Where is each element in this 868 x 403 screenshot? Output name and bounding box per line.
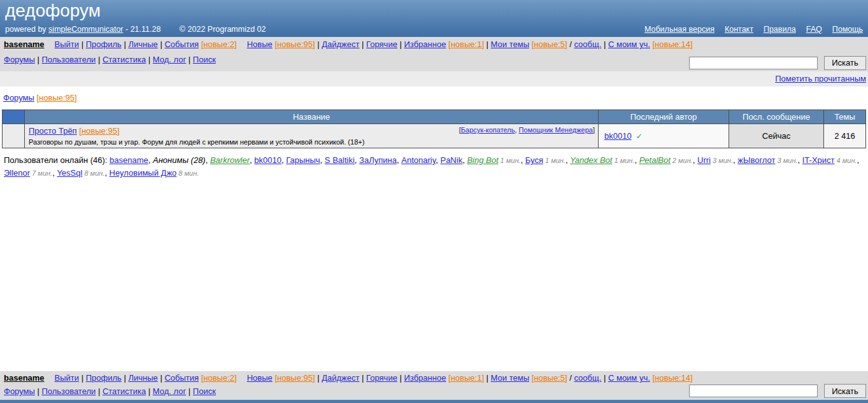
new-items-link[interactable]: новые:2 [203, 39, 234, 49]
header-link[interactable]: FAQ [806, 25, 822, 34]
separator: | [79, 39, 86, 49]
menu-link[interactable]: Мод. лог [153, 386, 186, 396]
forum-link[interactable]: Просто Трёп [29, 126, 77, 136]
new-items-link[interactable]: новые:95 [277, 39, 313, 49]
new-items-link[interactable]: новые:2 [203, 373, 234, 383]
menu-link[interactable]: Личные [128, 39, 157, 49]
last-author-link[interactable]: bk0010 [604, 131, 632, 141]
menu-link[interactable]: Дайджест [322, 373, 359, 383]
menu-link[interactable]: Форумы [4, 386, 35, 396]
new-items-badge[interactable]: [новые:95] [274, 373, 315, 383]
online-bot-link[interactable]: Yandex Bot [570, 155, 612, 165]
online-user-time: 2 мин. [671, 157, 693, 164]
menu-link[interactable]: Профиль [86, 39, 122, 49]
header-link[interactable]: Правила [764, 25, 796, 34]
new-items-link[interactable]: новые:5 [534, 39, 565, 49]
site-menu: Форумы | Пользователи | Статистика | Мод… [4, 55, 216, 64]
online-bot-link[interactable]: PetalBot [639, 155, 671, 165]
online-user-link[interactable]: ЗаЛупина [359, 155, 397, 165]
new-items-link[interactable]: новые:5 [534, 373, 565, 383]
menu-link[interactable]: Выйти [55, 39, 80, 49]
moderator-link[interactable]: Барсук-копатель [461, 126, 515, 134]
new-items-link[interactable]: новые:14 [655, 39, 690, 49]
new-items-badge[interactable]: [новые:5] [532, 373, 567, 383]
online-user-time: 1 мин. [612, 157, 634, 164]
online-user-link[interactable]: Эllenor [4, 168, 30, 178]
new-items-link[interactable]: новые:95 [277, 373, 313, 383]
new-items-badge[interactable]: [новые:95] [274, 39, 315, 49]
header-link[interactable]: Контакт [725, 25, 753, 34]
new-items-badge[interactable]: [новые:1] [448, 373, 484, 383]
online-user-link[interactable]: YesSql [57, 168, 82, 178]
new-items-link[interactable]: новые:1 [451, 39, 482, 49]
menu-link[interactable]: Новые [247, 373, 273, 383]
menu-link[interactable]: Мои темы [491, 373, 529, 383]
online-user-link[interactable]: S Baltiki [325, 155, 355, 165]
search-input[interactable] [689, 385, 818, 397]
powered-by-link[interactable]: simpleCommunicator [48, 25, 123, 34]
menu-link[interactable]: Горячие [366, 39, 397, 49]
menu-link[interactable]: Поиск [193, 55, 216, 64]
menu-link[interactable]: сообщ. [574, 373, 601, 383]
header-link[interactable]: Мобильная версия [644, 25, 715, 34]
current-user-link[interactable]: basename [4, 39, 45, 49]
new-items-badge[interactable]: [новые:95] [36, 93, 76, 103]
online-user-link[interactable]: PaNik [440, 155, 462, 165]
online-user-link[interactable]: IT-Христ [802, 155, 835, 165]
search-button[interactable]: Искать [824, 56, 866, 70]
new-items-badge[interactable]: [новые:14] [652, 373, 692, 383]
menu-link[interactable]: Избранное [404, 39, 446, 49]
search-input[interactable] [689, 57, 818, 69]
menu-link[interactable]: Форумы [4, 55, 35, 64]
new-items-link[interactable]: новые:1 [451, 373, 482, 383]
online-user-link[interactable]: Urri [697, 155, 711, 165]
online-user-link[interactable]: Буся [525, 155, 543, 165]
menu-link[interactable]: Личные [128, 373, 157, 383]
online-user-link[interactable]: basename [110, 155, 148, 165]
header-link[interactable]: Помощь [832, 25, 863, 34]
new-items-link[interactable]: новые:95 [39, 93, 75, 103]
new-items-link[interactable]: новые:14 [655, 373, 690, 383]
menu-link[interactable]: Пользователи [41, 55, 96, 64]
new-items-badge[interactable]: [новые:5] [532, 39, 567, 49]
menu-link[interactable]: Поиск [193, 386, 216, 396]
menu-link[interactable]: сообщ. [574, 39, 601, 49]
menu-link[interactable]: Статистика [103, 55, 146, 64]
menu-link[interactable]: Выйти [55, 373, 80, 383]
menu-link[interactable]: Новые [247, 39, 273, 49]
menu-link[interactable]: Статистика [103, 386, 146, 396]
menu-link[interactable]: Мои темы [491, 39, 529, 49]
online-user-link[interactable]: bk0010 [254, 155, 281, 165]
menu-link[interactable]: События [164, 373, 199, 383]
menu-link[interactable]: Форумы [3, 93, 34, 103]
menu-link[interactable]: Профиль [86, 373, 122, 383]
current-user-link[interactable]: basename [4, 373, 45, 383]
new-items-badge[interactable]: [новые:95] [79, 126, 119, 136]
menu-link[interactable]: События [164, 39, 199, 49]
moderator-link[interactable]: Помощник Менеджера [519, 126, 593, 134]
online-bot-link[interactable]: Barkrowler [210, 155, 250, 165]
new-items-badge[interactable]: [новые:2] [201, 39, 237, 49]
new-items-link[interactable]: новые:95 [82, 126, 117, 136]
forum-name-cell: Просто Трёп [новые:95] Разговоры по душа… [25, 124, 599, 148]
online-user-link[interactable]: Неуловимый Джо [110, 168, 177, 178]
menu-link[interactable]: Мод. лог [153, 55, 186, 64]
menu-link[interactable]: С моим уч. [608, 373, 650, 383]
online-user-link[interactable]: жЫвоглот [737, 155, 775, 165]
online-bot-link[interactable]: Bing Bot [467, 155, 498, 165]
search-button[interactable]: Искать [824, 384, 866, 398]
new-items-badge[interactable]: [новые:2] [201, 373, 237, 383]
online-user-link[interactable]: Гарыныч [286, 155, 320, 165]
menu-link[interactable]: Пользователи [41, 386, 96, 396]
new-items-badge[interactable]: [новые:14] [652, 39, 692, 49]
new-items-badge[interactable]: [новые:1] [448, 39, 484, 49]
online-user-link[interactable]: Antonariy [401, 155, 436, 165]
breadcrumb: Форумы [новые:95] [3, 93, 77, 103]
menu-link[interactable]: С моим уч. [608, 39, 650, 49]
mark-read-link[interactable]: Пометить прочитанным [775, 74, 866, 83]
menu-link[interactable]: Избранное [404, 373, 446, 383]
col-header-topics: Темы [824, 110, 866, 124]
menu-link[interactable]: Горячие [366, 373, 397, 383]
menu-link[interactable]: Дайджест [322, 39, 359, 49]
forum-new-badge: [новые:95] [79, 126, 119, 136]
